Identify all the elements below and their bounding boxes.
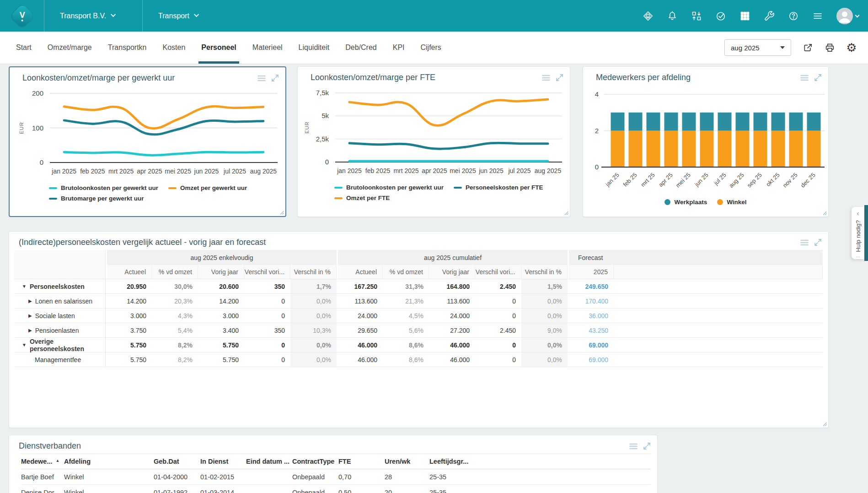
collapse-row-icon[interactable]: ▼ — [22, 284, 27, 289]
bell-icon[interactable] — [667, 11, 678, 22]
legend-item-brutoloonkosten-per-gewerkt-uur[interactable]: Brutoloonkosten per gewerkt uur — [49, 184, 158, 191]
tab-personeel[interactable]: Personeel — [200, 32, 237, 64]
table-value: 3.000 — [106, 309, 152, 323]
view-dropdown[interactable]: Transport — [143, 0, 214, 32]
legend-label: Werkplaats — [674, 199, 707, 206]
legend-item-werkplaats[interactable]: Werkplaats — [664, 199, 707, 206]
wrench-icon[interactable] — [764, 11, 775, 22]
topbar: V Transport B.V. Transport — [0, 0, 868, 32]
row-label-sociale-lasten[interactable]: ▶Sociale lasten — [14, 309, 106, 323]
forecast-value[interactable]: 69.000 — [568, 338, 614, 352]
row-label-pensioenlasten[interactable]: ▶Pensioenlasten — [14, 323, 106, 338]
advisor-icon[interactable] — [643, 11, 654, 22]
expand-icon[interactable] — [814, 74, 822, 81]
tab-omzet-marge[interactable]: Omzet/marge — [47, 32, 93, 64]
legend-item-personeelskosten-per-fte[interactable]: Personeelskosten per FTE — [454, 184, 543, 191]
table-cell: Winkel — [64, 469, 154, 485]
card-loonkosten-per-uur[interactable]: Loonkosten/omzet/marge per gewerkt uur 0… — [9, 66, 286, 217]
tab-materieel[interactable]: Materieel — [252, 32, 284, 64]
row-label-personeelskosten[interactable]: ▼Personeelskosten — [14, 279, 106, 294]
table-value: 10,3% — [290, 323, 337, 338]
column-header-medewe[interactable]: Medewe...▲ — [21, 454, 64, 469]
expand-row-icon[interactable]: ▶ — [28, 313, 32, 318]
resize-handle[interactable] — [822, 210, 827, 216]
expand-icon[interactable] — [814, 238, 822, 246]
table-value: 20,3% — [152, 294, 198, 309]
line-chart-gewerkt-uur: 0100200EURjan 2025feb 2025mrt 2025apr 20… — [10, 86, 285, 183]
account-menu[interactable] — [836, 8, 859, 24]
card-menu-icon[interactable] — [257, 75, 266, 81]
row-label-managementfee: Managementfee — [14, 352, 106, 367]
gear-icon[interactable]: ⚙ — [846, 42, 857, 53]
column-header-leeftijdsgr[interactable]: Leeftijdsgr... — [429, 454, 651, 469]
expand-icon[interactable] — [271, 74, 279, 82]
check-circle-icon[interactable] — [715, 11, 726, 22]
resize-handle[interactable] — [822, 421, 827, 427]
legend-item-brutoloonkosten-per-gewerkt-uur[interactable]: Brutoloonkosten per gewerkt uur — [334, 184, 444, 191]
card-menu-icon[interactable] — [542, 75, 550, 81]
forecast-value[interactable]: 43.250 — [568, 323, 614, 338]
legend-item-omzet-per-fte[interactable]: Omzet per FTE — [334, 195, 390, 201]
column-header-geb-dat[interactable]: Geb.Dat — [154, 454, 200, 469]
column-header-contracttype[interactable]: ContractType — [292, 454, 338, 469]
tab-start[interactable]: Start — [15, 32, 32, 64]
column-header-uren-wk[interactable]: Uren/wk — [385, 454, 429, 469]
column-header-in-dienst[interactable]: In Dienst — [200, 454, 246, 469]
apps-grid-icon[interactable] — [739, 11, 750, 22]
line-chart-fte: 02,5k5k7,5kEURjan 2025feb 2025mrt 2025ap… — [298, 85, 570, 182]
card-menu-icon[interactable] — [800, 239, 809, 246]
table-value: 0,0% — [521, 338, 568, 352]
table-value: 0,0% — [290, 309, 337, 323]
forecast-value[interactable]: 170.400 — [568, 294, 614, 309]
company-dropdown[interactable]: Transport B.V. — [44, 0, 131, 32]
help-circle-icon[interactable] — [788, 11, 799, 22]
tab-kpi[interactable]: KPI — [392, 32, 406, 64]
chevron-down-icon — [194, 12, 199, 17]
svg-text:mrt 2025: mrt 2025 — [108, 168, 134, 175]
tab-liquiditeit[interactable]: Liquiditeit — [298, 32, 331, 64]
card-menu-icon[interactable] — [800, 75, 809, 81]
svg-text:jan 2025: jan 2025 — [51, 168, 76, 175]
row-label-lonen-en-salarissen[interactable]: ▶Lonen en salarissen — [14, 294, 106, 309]
svg-text:2,5k: 2,5k — [316, 135, 329, 143]
card-medewerkers-per-afdeling[interactable]: Medewerkers per afdeling 024jan 25feb 25… — [583, 66, 829, 217]
forecast-value[interactable]: 36.000 — [568, 309, 614, 323]
menu-icon[interactable] — [812, 11, 823, 22]
svg-text:EUR: EUR — [304, 121, 310, 133]
collapse-row-icon[interactable]: ▼ — [22, 342, 27, 347]
tab-deb-cred[interactable]: Deb/Cred — [344, 32, 377, 64]
legend-item-brutomarge-per-gewerkt-uur[interactable]: Brutomarge per gewerkt uur — [49, 195, 144, 202]
forecast-value[interactable]: 69.000 — [568, 352, 614, 367]
legend-label: Brutomarge per gewerkt uur — [61, 195, 144, 202]
share-icon[interactable] — [802, 42, 813, 53]
expand-row-icon[interactable]: ▶ — [28, 298, 32, 303]
expand-icon[interactable] — [556, 74, 563, 81]
card-loonkosten-per-fte[interactable]: Loonkosten/omzet/marge per FTE 02,5k5k7,… — [297, 66, 570, 217]
svg-text:mrt 25: mrt 25 — [639, 172, 656, 189]
legend-item-omzet-per-gewerkt-uur[interactable]: Omzet per gewerkt uur — [168, 184, 247, 191]
row-label-overige-personeelskosten[interactable]: ▼Overige personeelskosten — [14, 338, 106, 352]
card-title: Loonkosten/omzet/marge per gewerkt uur — [22, 73, 175, 83]
collapsed-panel-edge — [864, 205, 868, 261]
resize-handle[interactable] — [279, 210, 284, 215]
expand-icon[interactable] — [643, 442, 651, 450]
import-export-icon[interactable] — [691, 11, 702, 22]
svg-text:jun 2025: jun 2025 — [194, 168, 219, 175]
tab-cijfers[interactable]: Cijfers — [420, 32, 442, 64]
table-cell: 01-03-2014 — [200, 485, 246, 493]
print-icon[interactable] — [824, 42, 835, 53]
tab-transportkn[interactable]: Transportkn — [107, 32, 148, 64]
card-menu-icon[interactable] — [629, 443, 638, 450]
help-tab[interactable]: ‹ Hulp nodig? ... — [852, 207, 864, 259]
app-logo[interactable]: V — [12, 5, 33, 27]
resize-handle[interactable] — [563, 210, 569, 216]
column-header-afdeling[interactable]: Afdeling — [64, 454, 154, 469]
column-header-actueel: Actueel — [106, 265, 152, 279]
period-dropdown[interactable]: aug 2025 — [724, 39, 791, 56]
expand-row-icon[interactable]: ▶ — [28, 328, 32, 333]
forecast-value[interactable]: 249.650 — [568, 279, 614, 294]
tab-kosten[interactable]: Kosten — [162, 32, 187, 64]
legend-item-winkel[interactable]: Winkel — [717, 199, 746, 206]
column-header-eind-datum[interactable]: Eind datum ... — [246, 454, 292, 469]
column-header-fte[interactable]: FTE — [338, 454, 385, 469]
